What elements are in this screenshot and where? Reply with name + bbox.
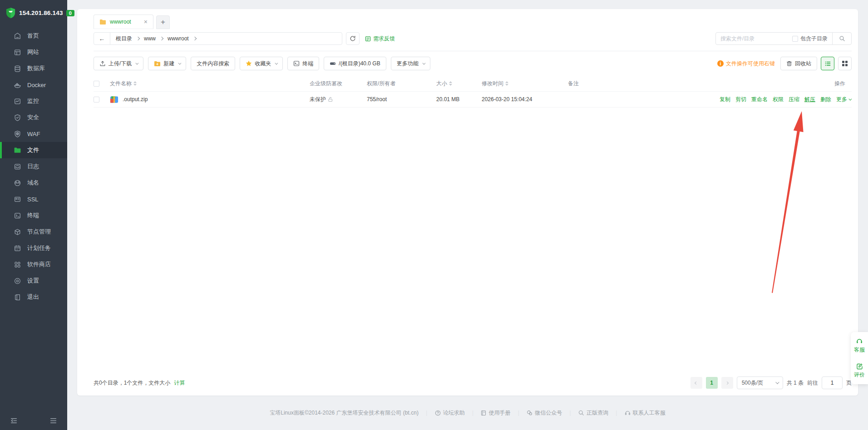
folder-icon xyxy=(14,147,21,154)
sidebar-item-logs[interactable]: 日志 xyxy=(0,158,67,175)
upload-download-button[interactable]: 上传/下载 xyxy=(94,57,143,70)
logs-icon xyxy=(14,163,21,171)
footer-link-wechat[interactable]: 微信公众号 xyxy=(527,409,562,417)
calendar-icon xyxy=(14,244,21,252)
prev-page-button[interactable] xyxy=(690,377,702,389)
sidebar-item-files[interactable]: 文件 xyxy=(0,142,67,158)
star-icon xyxy=(246,60,252,67)
chevron-down-icon xyxy=(848,97,852,100)
sidebar-item-database[interactable]: 数据库 xyxy=(0,60,67,77)
col-note[interactable]: 备注 xyxy=(568,80,834,88)
sidebar-item-monitor[interactable]: 监控 xyxy=(0,93,67,109)
sidebar-bottom xyxy=(0,417,67,425)
row-checkbox[interactable] xyxy=(94,97,99,103)
sidebar-item-logout[interactable]: 退出 xyxy=(0,289,67,305)
review-label: 评价 xyxy=(854,371,865,378)
toolbar: 上传/下载 新建 文件内容搜索 收藏夹 终端 /(根目录)40.0 GB xyxy=(94,57,852,70)
new-tab-button[interactable]: + xyxy=(156,15,170,29)
op-unzip[interactable]: 解压 xyxy=(804,96,815,103)
op-more[interactable]: 更多 xyxy=(836,96,851,103)
sidebar-item-ssl[interactable]: SSL xyxy=(0,191,67,207)
tab-close-icon[interactable]: × xyxy=(144,19,148,25)
sidebar-item-domain[interactable]: 域名 xyxy=(0,175,67,191)
sidebar-item-terminal[interactable]: 终端 xyxy=(0,207,67,224)
op-rename[interactable]: 重命名 xyxy=(751,96,768,103)
content-search-button[interactable]: 文件内容搜索 xyxy=(191,57,235,70)
sidebar-item-security[interactable]: 安全 xyxy=(0,109,67,126)
create-new-button[interactable]: 新建 xyxy=(148,57,186,70)
sidebar-item-label: 设置 xyxy=(27,277,39,285)
grid-view-toggle[interactable] xyxy=(838,57,852,70)
op-copy[interactable]: 复制 xyxy=(720,96,730,103)
sidebar-item-settings[interactable]: 设置 xyxy=(0,273,67,289)
sidebar-item-docker[interactable]: Docker xyxy=(0,77,67,93)
sidebar-item-label: 安全 xyxy=(27,113,39,122)
file-permission[interactable]: 755/root xyxy=(367,96,436,103)
footer-link-forum[interactable]: 论坛求助 xyxy=(435,409,465,417)
tamper-status[interactable]: 未保护 xyxy=(310,96,326,103)
back-arrow-button[interactable]: ← xyxy=(94,33,110,44)
database-icon xyxy=(14,65,21,73)
op-permission[interactable]: 权限 xyxy=(773,96,784,103)
tab-wwwroot[interactable]: wwwroot × xyxy=(94,15,153,29)
sidebar-item-label: 域名 xyxy=(27,179,39,187)
op-cut[interactable]: 剪切 xyxy=(735,96,746,103)
sort-icon[interactable] xyxy=(505,81,509,86)
col-tamper[interactable]: 企业级防篡改 xyxy=(310,80,367,88)
select-all-checkbox[interactable] xyxy=(94,81,99,87)
sidebar-item-label: 计划任务 xyxy=(27,244,51,252)
search-button[interactable] xyxy=(832,33,851,44)
terminal-icon xyxy=(14,212,21,220)
sidebar-item-website[interactable]: 网站 xyxy=(0,44,67,60)
review-tab[interactable]: 评价 xyxy=(854,363,865,378)
col-filename[interactable]: 文件名称 xyxy=(110,80,310,88)
calc-size-link[interactable]: 计算 xyxy=(174,379,185,387)
recycle-bin-button[interactable]: 回收站 xyxy=(780,57,817,70)
refresh-button[interactable] xyxy=(346,32,360,45)
breadcrumb-www[interactable]: www xyxy=(144,35,156,42)
customer-service-tab[interactable]: 客服 xyxy=(854,337,865,353)
grid-view-icon xyxy=(842,60,848,67)
pagination: 1 500条/页 共 1 条 前往 页 xyxy=(690,376,852,389)
col-permission[interactable]: 权限/所有者 xyxy=(367,80,436,88)
chevron-right-icon xyxy=(160,37,163,40)
breadcrumb-root[interactable]: 根目录 xyxy=(116,35,132,43)
more-functions-button[interactable]: 更多功能 xyxy=(391,57,430,70)
include-subdir-checkbox[interactable] xyxy=(792,36,798,42)
sort-icon[interactable] xyxy=(133,81,137,86)
col-size[interactable]: 大小 xyxy=(436,80,482,88)
sidebar-item-home[interactable]: 首页 xyxy=(0,28,67,44)
op-delete[interactable]: 删除 xyxy=(820,96,831,103)
feedback-link[interactable]: 需求反馈 xyxy=(365,35,395,43)
footer-link-license[interactable]: 正版查询 xyxy=(578,409,608,417)
col-mtime[interactable]: 修改时间 xyxy=(482,80,568,88)
op-compress[interactable]: 压缩 xyxy=(789,96,799,103)
menu-list-icon[interactable] xyxy=(49,417,57,425)
page-size-select[interactable]: 500条/页 xyxy=(737,376,783,389)
sidebar-item-node-manage[interactable]: 节点管理 xyxy=(0,224,67,240)
breadcrumb-wwwroot[interactable]: wwwroot xyxy=(168,35,189,42)
table-row[interactable]: .output.zip 未保护 755/root 20.01 MB 2026-0… xyxy=(94,91,852,108)
favorites-button[interactable]: 收藏夹 xyxy=(240,57,283,70)
footer-link-support[interactable]: 联系人工客服 xyxy=(625,409,666,417)
sort-icon[interactable] xyxy=(449,81,453,86)
disk-usage-button[interactable]: /(根目录)40.0 GB xyxy=(324,57,386,70)
headset-icon xyxy=(625,410,631,416)
chevron-down-icon xyxy=(178,61,182,64)
chevron-down-icon xyxy=(275,61,278,64)
current-page[interactable]: 1 xyxy=(706,377,718,389)
sidebar-nav: 首页网站数据库Docker监控安全WAF文件日志域名SSL终端节点管理计划任务软… xyxy=(0,28,67,305)
list-view-toggle[interactable] xyxy=(821,57,834,70)
message-count-badge[interactable]: 0 xyxy=(66,10,74,16)
sidebar-item-app-store[interactable]: 软件商店 xyxy=(0,256,67,273)
include-subdir-option[interactable]: 包含子目录 xyxy=(792,35,832,43)
search-input[interactable] xyxy=(716,35,792,42)
sidebar-item-cron[interactable]: 计划任务 xyxy=(0,240,67,256)
sidebar-item-waf[interactable]: WAF xyxy=(0,126,67,142)
collapse-sidebar-icon[interactable] xyxy=(10,417,18,425)
goto-page-input[interactable] xyxy=(822,376,843,389)
terminal-button[interactable]: 终端 xyxy=(287,57,319,70)
next-page-button[interactable] xyxy=(721,377,733,389)
file-name[interactable]: .output.zip xyxy=(123,96,148,103)
footer-link-manual[interactable]: 使用手册 xyxy=(481,409,510,417)
